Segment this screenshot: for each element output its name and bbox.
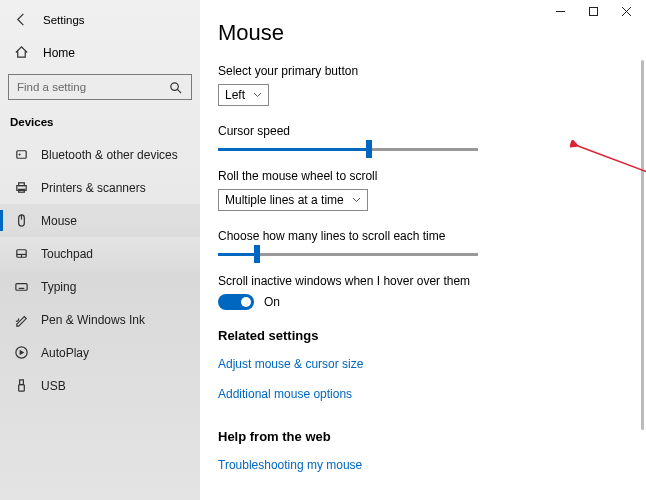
window-title: Settings [43, 14, 85, 26]
cursor-speed-slider[interactable] [218, 148, 478, 151]
svg-rect-21 [20, 380, 24, 385]
wheel-label: Roll the mouse wheel to scroll [218, 169, 628, 183]
search-icon [168, 80, 183, 95]
sidebar-item-bluetooth[interactable]: Bluetooth & other devices [0, 138, 200, 171]
pen-icon [14, 312, 29, 327]
link-troubleshoot[interactable]: Troubleshooting my mouse [218, 458, 362, 472]
related-header: Related settings [218, 328, 628, 343]
mouse-icon [14, 213, 29, 228]
sidebar-item-mouse[interactable]: Mouse [0, 204, 200, 237]
slider-fill [218, 253, 257, 256]
usb-icon [14, 378, 29, 393]
window-controls [541, 0, 646, 26]
close-button[interactable] [621, 6, 632, 20]
maximize-button[interactable] [588, 6, 599, 20]
svg-line-5 [177, 89, 181, 93]
chevron-down-icon [253, 87, 262, 101]
sidebar: Settings Home Find a setting Devices Blu… [0, 0, 200, 500]
touchpad-icon [14, 246, 29, 261]
primary-button-value: Left [225, 88, 245, 102]
svg-point-7 [19, 154, 20, 155]
sidebar-item-label: Typing [41, 280, 76, 294]
sidebar-item-label: USB [41, 379, 66, 393]
sidebar-item-typing[interactable]: Typing [0, 270, 200, 303]
back-icon[interactable] [14, 12, 29, 27]
bluetooth-icon [14, 147, 29, 162]
sidebar-home-label: Home [43, 46, 75, 60]
minimize-button[interactable] [555, 6, 566, 20]
autoplay-icon [14, 345, 29, 360]
cursor-speed-label: Cursor speed [218, 124, 628, 138]
primary-button-select[interactable]: Left [218, 84, 269, 106]
sidebar-item-label: Printers & scanners [41, 181, 146, 195]
slider-fill [218, 148, 369, 151]
link-additional-options[interactable]: Additional mouse options [218, 387, 352, 401]
slider-thumb[interactable] [366, 140, 372, 158]
svg-rect-22 [19, 385, 25, 392]
lines-slider[interactable] [218, 253, 478, 256]
svg-rect-6 [17, 151, 26, 159]
search-placeholder: Find a setting [17, 81, 86, 93]
sidebar-item-label: AutoPlay [41, 346, 89, 360]
wheel-value: Multiple lines at a time [225, 193, 344, 207]
keyboard-icon [14, 279, 29, 294]
search-input[interactable]: Find a setting [8, 74, 192, 100]
lines-label: Choose how many lines to scroll each tim… [218, 229, 628, 243]
link-adjust-cursor[interactable]: Adjust mouse & cursor size [218, 357, 363, 371]
inactive-state: On [264, 295, 280, 309]
slider-thumb[interactable] [254, 245, 260, 263]
sidebar-item-label: Pen & Windows Ink [41, 313, 145, 327]
inactive-toggle[interactable] [218, 294, 254, 310]
home-icon [14, 45, 29, 60]
svg-rect-1 [590, 8, 598, 16]
main-content: Mouse Select your primary button Left Cu… [200, 0, 646, 500]
svg-rect-16 [16, 284, 27, 291]
wheel-select[interactable]: Multiple lines at a time [218, 189, 368, 211]
settings-window: Settings Home Find a setting Devices Blu… [0, 0, 646, 500]
svg-point-4 [171, 82, 179, 90]
svg-rect-9 [19, 183, 25, 186]
sidebar-home[interactable]: Home [0, 37, 200, 68]
scrollbar[interactable] [641, 60, 644, 430]
sidebar-item-touchpad[interactable]: Touchpad [0, 237, 200, 270]
sidebar-item-label: Touchpad [41, 247, 93, 261]
inactive-label: Scroll inactive windows when I hover ove… [218, 274, 628, 288]
help-header: Help from the web [218, 429, 628, 444]
sidebar-item-autoplay[interactable]: AutoPlay [0, 336, 200, 369]
chevron-down-icon [352, 192, 361, 206]
sidebar-item-printers[interactable]: Printers & scanners [0, 171, 200, 204]
sidebar-item-usb[interactable]: USB [0, 369, 200, 402]
primary-button-label: Select your primary button [218, 64, 628, 78]
sidebar-item-label: Bluetooth & other devices [41, 148, 178, 162]
printer-icon [14, 180, 29, 195]
sidebar-item-pen[interactable]: Pen & Windows Ink [0, 303, 200, 336]
toggle-knob [241, 297, 251, 307]
sidebar-item-label: Mouse [41, 214, 77, 228]
sidebar-category: Devices [0, 112, 200, 138]
